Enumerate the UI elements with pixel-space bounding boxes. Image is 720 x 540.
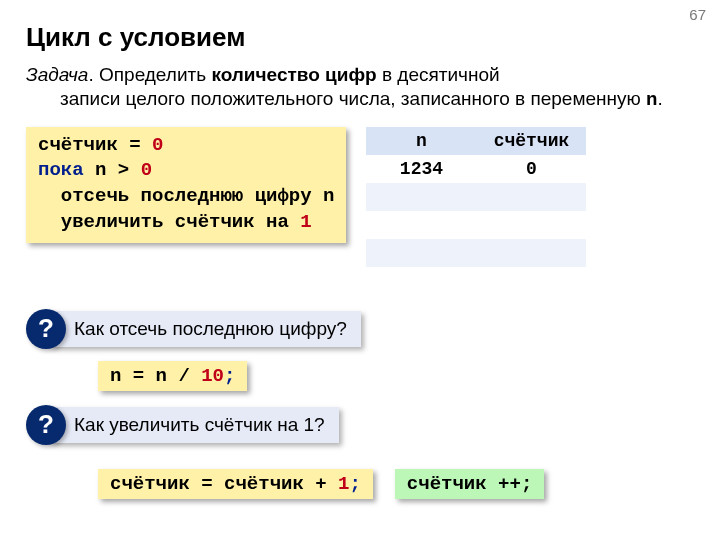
s2b: 1	[338, 473, 349, 495]
task-text-1b: в десятичной	[377, 64, 500, 85]
table-row	[366, 239, 586, 267]
th-n: n	[366, 127, 476, 155]
pc-l2b: n >	[84, 159, 141, 181]
question-mark-icon: ?	[26, 309, 66, 349]
s1b: 10	[201, 365, 224, 387]
slide-content: Цикл с условием Задача. Определить колич…	[0, 0, 720, 499]
pc-l4b: 1	[300, 211, 311, 233]
code-snippet-2: счётчик = счётчик + 1;	[98, 469, 373, 499]
task-text-1a: . Определить	[88, 64, 211, 85]
task-dot: .	[657, 88, 662, 109]
question-mark-icon: ?	[26, 405, 66, 445]
cell-n-1: 1234	[366, 155, 476, 183]
snippets-row: счётчик = счётчик + 1; счётчик ++;	[98, 457, 694, 499]
s1c: ;	[224, 365, 235, 387]
question-1: Как отсечь последнюю цифру?	[50, 311, 361, 347]
trace-table: n счётчик 1234 0	[366, 127, 586, 295]
pc-l2c: 0	[141, 159, 152, 181]
pc-l1a: счётчик =	[38, 134, 152, 156]
question-row-2: ? Как увеличить счётчик на 1?	[26, 405, 694, 445]
slide-title: Цикл с условием	[26, 22, 694, 53]
question-2: Как увеличить счётчик на 1?	[50, 407, 339, 443]
table-row	[366, 211, 586, 239]
table-row: 1234 0	[366, 155, 586, 183]
s3a: счётчик ++;	[407, 473, 532, 495]
table-row	[366, 267, 586, 295]
pc-l3: отсечь последнюю цифру n	[38, 185, 334, 207]
cell-c-1: 0	[476, 155, 586, 183]
pc-l2a: пока	[38, 159, 84, 181]
code-snippet-1: n = n / 10;	[98, 361, 247, 391]
s2a: счётчик = счётчик +	[110, 473, 338, 495]
table-header-row: n счётчик	[366, 127, 586, 155]
task-bold: количество цифр	[211, 64, 376, 85]
pc-l1b: 0	[152, 134, 163, 156]
task-prefix: Задача	[26, 64, 88, 85]
code-snippet-3: счётчик ++;	[395, 469, 544, 499]
th-counter: счётчик	[476, 127, 586, 155]
s2c: ;	[349, 473, 360, 495]
pseudocode-block: счётчик = 0 пока n > 0 отсечь последнюю …	[26, 127, 346, 244]
task-statement: Задача. Определить количество цифр в дес…	[26, 63, 694, 113]
page-number: 67	[689, 6, 706, 23]
question-row-1: ? Как отсечь последнюю цифру?	[26, 309, 694, 349]
task-var: n	[646, 89, 657, 111]
s1a: n = n /	[110, 365, 201, 387]
pc-l4a: увеличить счётчик на	[38, 211, 300, 233]
task-text-2: записи целого положительного числа, запи…	[60, 88, 646, 109]
table-row	[366, 183, 586, 211]
